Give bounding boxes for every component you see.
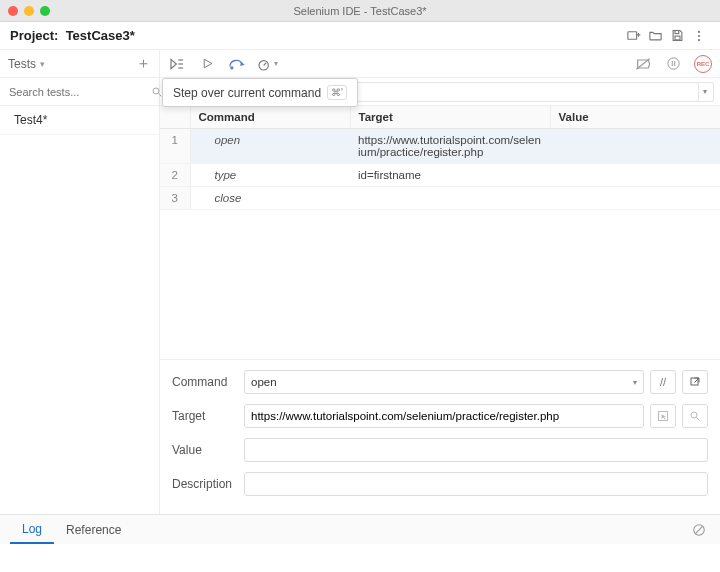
main-panel: ▾ Command Target Value 1openhttps://www.… [160, 78, 720, 514]
save-icon [670, 28, 685, 43]
target-input[interactable] [244, 404, 644, 428]
open-project-button[interactable] [644, 25, 666, 47]
project-label-text: Project: [10, 28, 58, 43]
row-command: type [190, 164, 350, 187]
svg-line-28 [697, 418, 700, 421]
record-label: REC [697, 61, 710, 67]
svg-line-16 [263, 62, 266, 65]
row-target [350, 187, 550, 210]
row-target: id=firstname [350, 164, 550, 187]
record-button[interactable]: REC [692, 53, 714, 75]
content-area: Test4* ▾ Command Target Value 1openhttp [0, 78, 720, 514]
pause-on-exceptions-button[interactable] [662, 53, 684, 75]
disable-breakpoints-button[interactable] [632, 53, 654, 75]
command-select[interactable]: open ▾ [244, 370, 644, 394]
chevron-down-icon: ▾ [40, 59, 45, 69]
description-label: Description [172, 477, 244, 491]
description-input[interactable] [244, 472, 708, 496]
project-label: Project: TestCase3* [10, 28, 135, 43]
find-target-button[interactable] [682, 404, 708, 428]
no-symbol-icon [692, 523, 706, 537]
row-number: 3 [160, 187, 190, 210]
svg-rect-3 [675, 31, 679, 34]
new-window-icon [689, 376, 701, 388]
run-all-icon [169, 57, 185, 71]
svg-point-14 [230, 66, 233, 69]
row-command: open [190, 129, 350, 164]
open-new-window-button[interactable] [682, 370, 708, 394]
zoom-window-icon[interactable] [40, 6, 50, 16]
table-row[interactable]: 3close [160, 187, 720, 210]
col-command[interactable]: Command [190, 106, 350, 129]
more-menu-button[interactable] [688, 25, 710, 47]
test-item-test4[interactable]: Test4* [0, 106, 159, 135]
minimize-window-icon[interactable] [24, 6, 34, 16]
chevron-down-icon: ▾ [633, 378, 637, 387]
tests-header-label: Tests [8, 57, 36, 71]
toolbar-row: Tests ▾ ＋ ▾ REC Step over current comman… [0, 50, 720, 78]
search-tests-input[interactable] [5, 83, 151, 101]
base-url-dropdown[interactable]: ▾ [696, 82, 714, 102]
bottom-bar: Log Reference [0, 514, 720, 544]
svg-marker-8 [171, 59, 176, 68]
kebab-icon [692, 29, 706, 43]
target-label: Target [172, 409, 244, 423]
toggle-command-enabled-button[interactable]: // [650, 370, 676, 394]
tab-log[interactable]: Log [10, 516, 54, 544]
svg-line-30 [695, 525, 703, 533]
record-icon: REC [694, 55, 712, 73]
main-toolbar: ▾ REC [160, 50, 720, 77]
play-icon [201, 57, 214, 70]
row-value [550, 129, 720, 164]
command-select-value: open [251, 376, 277, 388]
table-header-row: Command Target Value [160, 106, 720, 129]
svg-point-7 [698, 39, 700, 41]
svg-point-21 [153, 88, 159, 94]
row-value [550, 187, 720, 210]
search-tests-wrap [0, 78, 159, 106]
close-window-icon[interactable] [8, 6, 18, 16]
speed-button[interactable]: ▾ [256, 53, 278, 75]
gauge-icon [257, 57, 273, 71]
new-project-button[interactable] [622, 25, 644, 47]
project-bar: Project: TestCase3* [0, 22, 720, 50]
svg-point-18 [667, 58, 678, 69]
svg-point-5 [698, 30, 700, 32]
add-test-button[interactable]: ＋ [136, 54, 151, 73]
svg-rect-23 [691, 378, 698, 385]
pause-icon [666, 56, 681, 71]
tests-panel-header[interactable]: Tests ▾ ＋ [0, 50, 160, 77]
value-input[interactable] [244, 438, 708, 462]
tests-sidebar: Test4* [0, 78, 160, 514]
tooltip-shortcut: ⌘' [327, 85, 347, 100]
select-target-button[interactable] [650, 404, 676, 428]
col-target[interactable]: Target [350, 106, 550, 129]
tab-log-label: Log [22, 522, 42, 536]
row-command: close [190, 187, 350, 210]
new-project-icon [626, 28, 641, 43]
commands-grid: Command Target Value 1openhttps://www.tu… [160, 106, 720, 359]
step-over-icon [228, 57, 246, 71]
svg-point-27 [691, 412, 697, 418]
step-over-button[interactable] [226, 53, 248, 75]
test-item-label: Test4* [14, 113, 47, 127]
clear-log-button[interactable] [688, 519, 710, 541]
svg-marker-12 [204, 59, 212, 68]
tab-reference[interactable]: Reference [54, 517, 133, 543]
cursor-icon [657, 410, 669, 422]
table-row[interactable]: 1openhttps://www.tutorialspoint.com/sele… [160, 129, 720, 164]
svg-rect-0 [627, 32, 636, 40]
folder-open-icon [648, 28, 663, 43]
run-current-button[interactable] [196, 53, 218, 75]
svg-marker-26 [662, 415, 667, 420]
run-all-button[interactable] [166, 53, 188, 75]
window-title: Selenium IDE - TestCase3* [0, 5, 720, 17]
save-project-button[interactable] [666, 25, 688, 47]
project-name: TestCase3* [66, 28, 135, 43]
col-value[interactable]: Value [550, 106, 720, 129]
svg-point-6 [698, 34, 700, 36]
svg-rect-4 [675, 36, 680, 40]
tab-reference-label: Reference [66, 523, 121, 537]
table-row[interactable]: 2typeid=firstname [160, 164, 720, 187]
tooltip-text: Step over current command [173, 86, 321, 100]
